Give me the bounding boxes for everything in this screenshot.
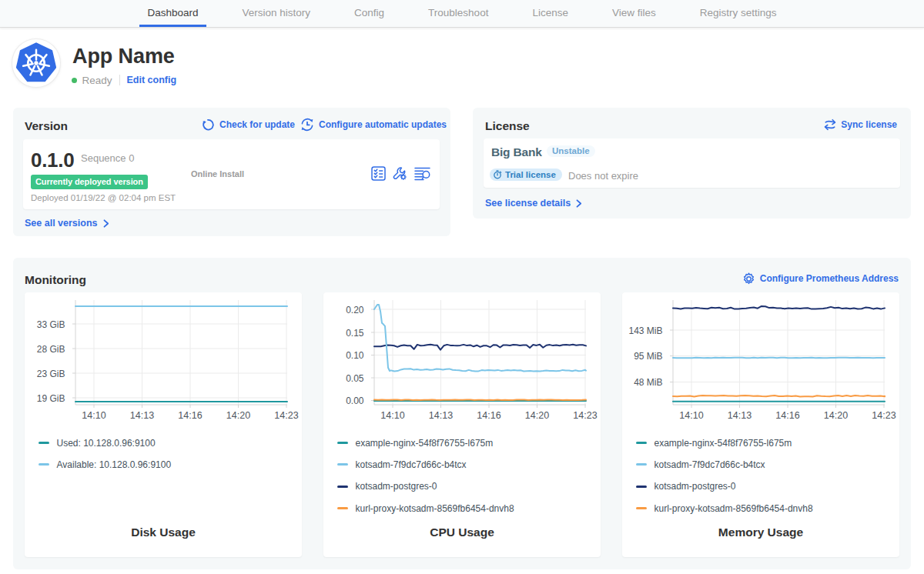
svg-text:0.10: 0.10 [346, 350, 364, 361]
svg-text:14:20: 14:20 [824, 410, 848, 421]
svg-text:14:16: 14:16 [775, 410, 799, 421]
svg-text:14:23: 14:23 [872, 410, 896, 421]
svg-text:14:23: 14:23 [274, 410, 298, 421]
svg-text:14:10: 14:10 [679, 410, 703, 421]
svg-text:48 MiB: 48 MiB [634, 377, 662, 388]
svg-text:0.00: 0.00 [346, 395, 364, 406]
svg-text:14:23: 14:23 [573, 410, 597, 421]
svg-text:14:16: 14:16 [477, 410, 500, 421]
svg-text:0.20: 0.20 [346, 305, 364, 315]
svg-text:23 GiB: 23 GiB [37, 369, 65, 379]
svg-text:0.15: 0.15 [346, 328, 364, 339]
svg-text:19 GiB: 19 GiB [37, 393, 65, 404]
svg-text:33 GiB: 33 GiB [37, 319, 65, 330]
svg-text:28 GiB: 28 GiB [37, 344, 65, 355]
svg-text:14:20: 14:20 [226, 410, 250, 421]
svg-text:143 MiB: 143 MiB [628, 325, 662, 336]
svg-text:14:13: 14:13 [429, 410, 453, 421]
svg-text:14:13: 14:13 [130, 410, 154, 421]
svg-text:14:16: 14:16 [178, 410, 202, 421]
svg-text:14:10: 14:10 [380, 410, 404, 421]
svg-text:95 MiB: 95 MiB [634, 351, 662, 362]
svg-text:14:10: 14:10 [82, 410, 105, 421]
svg-text:0.05: 0.05 [346, 373, 364, 384]
svg-text:14:20: 14:20 [525, 410, 549, 421]
svg-text:14:13: 14:13 [728, 410, 752, 421]
